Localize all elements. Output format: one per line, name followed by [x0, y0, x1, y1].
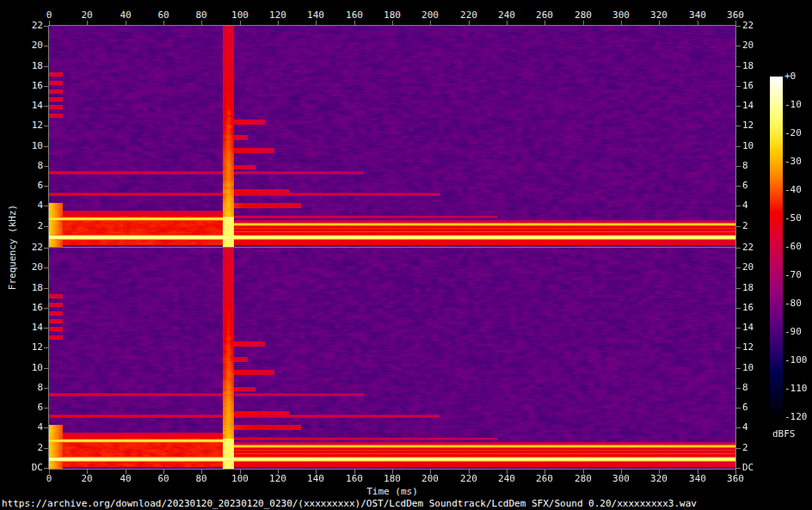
freq-tick-label-left: 6 — [15, 402, 43, 413]
time-tick-label-top: 140 — [298, 10, 333, 21]
freq-tick-label-left: 20 — [15, 40, 43, 51]
freq-tick-label-right: 18 — [742, 61, 770, 71]
freq-tick-left — [44, 46, 48, 46]
spectrogram-window: Frequency (kHz) 002020404060608080100100… — [0, 0, 812, 510]
time-tick-label-top: 320 — [642, 10, 676, 21]
freq-tick-label-right: 20 — [742, 40, 770, 51]
freq-tick-right — [736, 308, 741, 309]
freq-tick-label-right: 4 — [742, 422, 770, 433]
time-tick-label-top: 340 — [680, 10, 715, 21]
time-tick-top — [735, 21, 736, 25]
freq-tick-label-left: 10 — [15, 141, 43, 151]
time-tick-top — [126, 21, 126, 25]
freq-tick-left — [44, 146, 48, 147]
time-tick-label-bottom: 0 — [32, 474, 66, 484]
freq-tick-label-right: 20 — [742, 262, 770, 273]
colorbar-tick-label: -50 — [784, 213, 812, 224]
freq-tick-label-left: 22 — [15, 243, 43, 253]
freq-tick-left — [44, 206, 48, 206]
freq-tick-label-left: 14 — [15, 101, 43, 111]
freq-tick-left — [44, 308, 48, 309]
time-tick-label-top: 60 — [146, 10, 181, 21]
time-tick-label-top: 80 — [184, 10, 218, 21]
time-tick-label-bottom: 120 — [261, 474, 295, 484]
colorbar-tick-label: -30 — [784, 157, 812, 167]
freq-tick-left — [44, 106, 48, 107]
time-tick-label-bottom: 60 — [146, 474, 181, 484]
freq-tick-right — [736, 248, 741, 249]
freq-tick-label-left: 20 — [15, 262, 43, 273]
freq-tick-label-left: 10 — [15, 363, 43, 373]
time-tick-label-bottom: 140 — [298, 474, 333, 484]
time-tick-top — [87, 21, 88, 25]
time-tick-label-bottom: 180 — [375, 474, 409, 484]
time-axis-title: Time (ms) — [49, 486, 735, 497]
freq-tick-label-right: 8 — [742, 383, 770, 393]
time-tick-top — [278, 21, 279, 25]
time-tick-label-top: 240 — [489, 10, 524, 21]
freq-tick-label-right: 2 — [742, 221, 770, 231]
time-tick-top — [507, 21, 508, 25]
freq-tick-left — [44, 267, 48, 268]
freq-tick-right — [736, 166, 741, 167]
freq-tick-right — [736, 146, 741, 147]
freq-tick-label-right: 14 — [742, 323, 770, 333]
freq-tick-left — [44, 368, 48, 369]
time-tick-label-bottom: 320 — [642, 474, 676, 484]
freq-tick-label-left: 12 — [15, 342, 43, 353]
freq-tick-left — [44, 248, 48, 249]
time-tick-label-bottom: 360 — [718, 474, 753, 484]
freq-tick-right — [736, 347, 741, 348]
freq-tick-label-right: 18 — [742, 283, 770, 293]
freq-tick-label-left: 2 — [15, 221, 43, 231]
freq-tick-label-left: 6 — [15, 181, 43, 191]
time-tick-top — [583, 21, 584, 25]
freq-tick-left — [44, 226, 48, 227]
freq-tick-label-left: 12 — [15, 120, 43, 131]
time-tick-label-top: 200 — [413, 10, 447, 21]
freq-tick-left — [44, 388, 48, 389]
time-tick-label-bottom: 40 — [108, 474, 143, 484]
freq-tick-right — [736, 448, 741, 449]
freq-tick-right — [736, 106, 741, 107]
source-url: https://archive.org/download/20230120_20… — [2, 498, 697, 509]
freq-tick-left — [44, 427, 48, 428]
time-tick-label-bottom: 100 — [223, 474, 257, 484]
freq-tick-right — [736, 226, 741, 227]
time-tick-label-top: 280 — [566, 10, 600, 21]
time-tick-label-bottom: 340 — [680, 474, 715, 484]
time-tick-label-bottom: 260 — [527, 474, 562, 484]
freq-tick-label-left: 18 — [15, 61, 43, 71]
freq-tick-label-left: 22 — [15, 21, 43, 31]
freq-tick-left — [44, 328, 48, 329]
freq-tick-label-right: 8 — [742, 161, 770, 171]
time-tick-top — [354, 21, 355, 25]
colorbar-tick-label: -10 — [784, 100, 812, 110]
freq-tick-label-right: 6 — [742, 181, 770, 191]
time-tick-label-bottom: 300 — [604, 474, 638, 484]
freq-tick-label-right: 16 — [742, 303, 770, 313]
freq-tick-label-right: 2 — [742, 443, 770, 453]
freq-tick-right — [736, 388, 741, 389]
time-tick-top — [698, 21, 698, 25]
colorbar-tick-label: -120 — [784, 412, 812, 422]
colorbar-tick-label: -80 — [784, 298, 812, 309]
freq-tick-label-right: 12 — [742, 342, 770, 353]
time-tick-label-top: 260 — [527, 10, 562, 21]
time-tick-top — [621, 21, 622, 25]
channel-separator — [48, 247, 736, 248]
plot-border-left — [48, 25, 49, 470]
spectrogram-channel-2 — [49, 248, 735, 469]
freq-tick-label-left: 14 — [15, 323, 43, 333]
time-tick-top — [316, 21, 317, 25]
freq-tick-left — [44, 468, 48, 469]
time-tick-top — [163, 21, 164, 25]
freq-tick-right — [736, 288, 741, 289]
freq-tick-right — [736, 26, 741, 27]
freq-tick-label-right: 22 — [742, 243, 770, 253]
colorbar-tick-label: -40 — [784, 185, 812, 195]
freq-tick-left — [44, 347, 48, 348]
colorbar-tick-label: -70 — [784, 270, 812, 280]
time-tick-label-bottom: 20 — [70, 474, 104, 484]
time-tick-top — [659, 21, 660, 25]
